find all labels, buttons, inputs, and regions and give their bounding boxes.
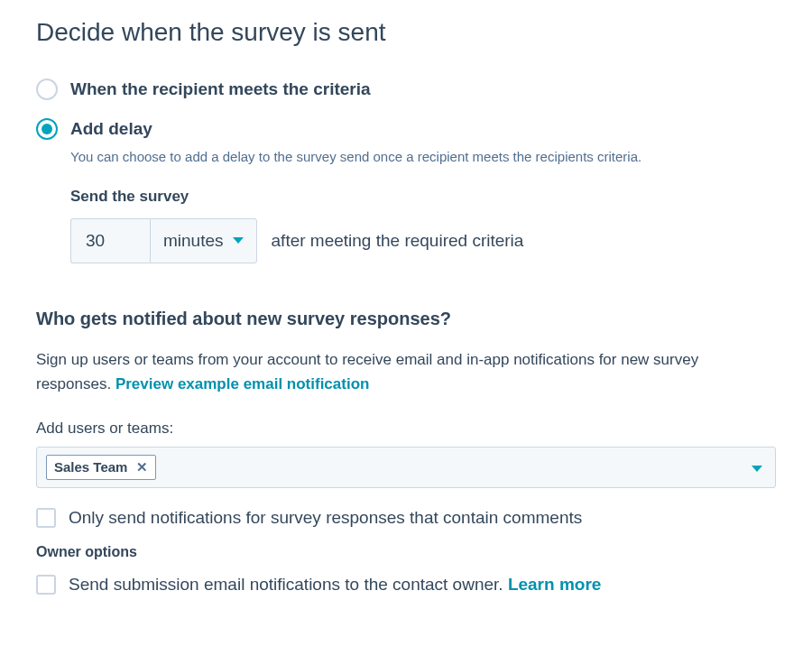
learn-more-link[interactable]: Learn more xyxy=(508,575,601,594)
notifications-description: Sign up users or teams from your account… xyxy=(36,347,776,396)
chip-sales-team: Sales Team ✕ xyxy=(46,455,156,480)
owner-notify-text: Send submission email notifications to t… xyxy=(69,575,508,594)
chevron-down-icon xyxy=(752,466,762,472)
radio-option-immediate[interactable]: When the recipient meets the criteria xyxy=(36,78,776,100)
delay-description: You can choose to add a delay to the sur… xyxy=(70,147,776,168)
notifications-heading: Who gets notified about new survey respo… xyxy=(36,309,776,329)
send-timing-group: When the recipient meets the criteria Ad… xyxy=(36,78,776,263)
add-users-label: Add users or teams: xyxy=(36,420,776,438)
radio-delay-label: Add delay xyxy=(70,119,152,139)
chip-label: Sales Team xyxy=(54,459,127,475)
radio-delay[interactable] xyxy=(36,118,58,140)
delay-unit-value: minutes xyxy=(163,231,224,251)
preview-email-link[interactable]: Preview example email notification xyxy=(115,375,370,392)
delay-controls: minutes after meeting the required crite… xyxy=(70,218,776,263)
owner-notify-checkbox[interactable] xyxy=(36,575,56,595)
radio-option-delay[interactable]: Add delay xyxy=(36,118,776,140)
delay-value-input[interactable] xyxy=(70,218,150,263)
radio-immediate-label: When the recipient meets the criteria xyxy=(70,79,371,99)
page-title: Decide when the survey is sent xyxy=(36,18,776,47)
only-comments-label: Only send notifications for survey respo… xyxy=(69,508,582,528)
users-teams-multiselect[interactable]: Sales Team ✕ xyxy=(36,447,776,488)
only-comments-checkbox[interactable] xyxy=(36,508,56,528)
send-survey-label: Send the survey xyxy=(70,188,776,206)
close-icon[interactable]: ✕ xyxy=(136,459,148,475)
chevron-down-icon xyxy=(233,237,244,244)
radio-immediate[interactable] xyxy=(36,78,58,100)
owner-notify-row[interactable]: Send submission email notifications to t… xyxy=(36,575,776,595)
delay-after-label: after meeting the required criteria xyxy=(272,231,524,251)
delay-unit-select[interactable]: minutes xyxy=(150,218,257,263)
only-comments-row[interactable]: Only send notifications for survey respo… xyxy=(36,508,776,528)
owner-options-heading: Owner options xyxy=(36,544,776,560)
owner-notify-label: Send submission email notifications to t… xyxy=(69,575,601,595)
